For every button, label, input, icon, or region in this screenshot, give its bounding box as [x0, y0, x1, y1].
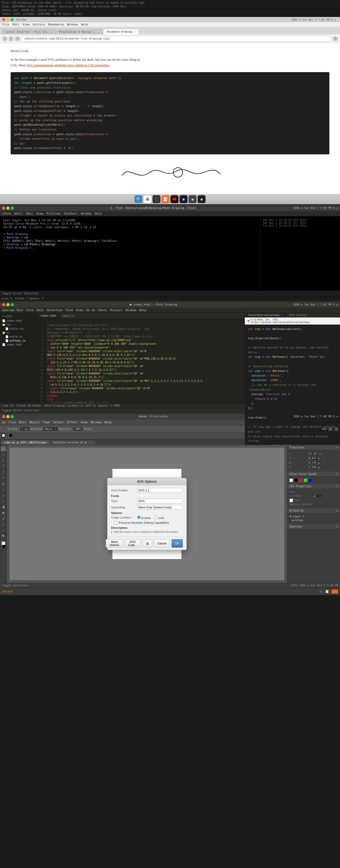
- menu-ai-help[interactable]: Help: [104, 421, 112, 424]
- layer-group-row[interactable]: ▶ Group: [289, 519, 338, 522]
- iterm-menu-window[interactable]: Window: [81, 212, 92, 215]
- tool-type[interactable]: T: [1, 464, 6, 469]
- menu-file[interactable]: File: [2, 23, 9, 26]
- sidebar-item-index-html[interactable]: 📄 index.html: [0, 319, 37, 323]
- menu-file[interactable]: File: [26, 308, 33, 312]
- iterm-menu-profiles[interactable]: Profiles: [47, 212, 60, 215]
- sublime-toolbar-label[interactable]: Toggle Direct Selection: [2, 409, 39, 412]
- swatches-collapse[interactable]: ▾: [336, 525, 338, 528]
- menu-window[interactable]: Window: [67, 23, 78, 26]
- close-button[interactable]: [2, 18, 5, 21]
- menu-ai-edit[interactable]: Edit: [19, 421, 26, 424]
- white-swatch[interactable]: [289, 478, 293, 482]
- appearance-panel-header[interactable]: CSS Properties ▾: [287, 484, 340, 489]
- settings-button[interactable]: ☰: [333, 36, 338, 41]
- link-radio[interactable]: Link: [154, 516, 164, 520]
- menu-help[interactable]: Help: [81, 23, 88, 26]
- svg-profiles-select[interactable]: SVG 1.1: [137, 488, 183, 493]
- fill-color-swatch[interactable]: [289, 499, 293, 502]
- forward-button[interactable]: ▷: [8, 36, 14, 41]
- stroke-panel-value[interactable]: 1 px: [309, 494, 322, 498]
- iterm-minimize-button[interactable]: [6, 207, 9, 210]
- tool-rotate[interactable]: ↻: [1, 493, 6, 498]
- tool-paintbrush[interactable]: 🖌: [1, 481, 6, 486]
- right-tab-github[interactable]: ConnorAtherton/walkway ×: [245, 313, 286, 317]
- menu-view[interactable]: View: [76, 308, 83, 312]
- more-options-button[interactable]: More Options: [106, 539, 123, 548]
- preserve-checkbox[interactable]: [114, 521, 117, 525]
- color-panel-collapse[interactable]: ▾: [336, 473, 338, 475]
- refresh-button[interactable]: ↺: [15, 36, 20, 41]
- tab-close-icon[interactable]: ✕: [134, 30, 135, 33]
- iterm-menu-view[interactable]: View: [36, 212, 43, 215]
- menu-edit[interactable]: Edit: [37, 308, 44, 312]
- tool-slice[interactable]: ✂: [1, 528, 6, 533]
- tool-direct-select[interactable]: ▷: [1, 452, 6, 457]
- type-select[interactable]: SVG: [137, 499, 183, 503]
- ai-bottom-icon-3[interactable]: Ai: [332, 590, 338, 593]
- github-address-bar[interactable]: 🐙 ⊕ GitHub, Inc. [US] https://github.com…: [245, 317, 340, 324]
- red-swatch[interactable]: [299, 478, 303, 482]
- chrome-tab-2[interactable]: PlayStation 4 Review |...: [56, 29, 103, 34]
- black-swatch[interactable]: [294, 478, 298, 482]
- embed-radio-input[interactable]: [137, 516, 141, 519]
- y-value[interactable]: 18.071 px: [306, 457, 322, 460]
- menu-ai[interactable]: Ai: [2, 421, 6, 424]
- opacity-value[interactable]: 100%: [73, 427, 83, 431]
- iterm-close-button[interactable]: [2, 207, 5, 210]
- print-icon[interactable]: 🖨: [143, 539, 153, 548]
- tool-eyedropper[interactable]: 💧: [1, 504, 6, 510]
- editor-tab-index[interactable]: index.html: [37, 313, 60, 318]
- dock-icon-finder[interactable]: 🔍: [134, 195, 143, 203]
- h-value[interactable]: 13.594 px: [306, 465, 322, 469]
- dropdown-basic[interactable]: Basic ▾: [43, 427, 57, 431]
- editor-code[interactable]: <?xml version="1.0" encoding="utf-8"?> <…: [45, 319, 245, 403]
- tool-gradient[interactable]: ▦: [1, 510, 6, 516]
- ai-bottom-icon-1[interactable]: ⊕: [318, 590, 323, 593]
- fill-color-indicator[interactable]: [2, 434, 5, 438]
- layers-panel-header[interactable]: Artboards ▾: [287, 508, 340, 514]
- sidebar-item-css-folder[interactable]: 📁 css: [0, 323, 37, 327]
- transform-toggle[interactable]: ⊞: [328, 427, 333, 431]
- sidebar-item-index-html-2[interactable]: 📄 index.html: [0, 343, 37, 347]
- sublime-maximize-button[interactable]: [10, 303, 14, 306]
- chrome-tab-1[interactable]: Connor Atherton | Full sto...: [2, 29, 55, 34]
- maximize-button[interactable]: [10, 18, 14, 21]
- subsetting-select[interactable]: None (Use System Fonts): [137, 505, 183, 510]
- menu-ai-effect[interactable]: Effect: [67, 421, 78, 424]
- dock-icon-misc2[interactable]: ◼: [189, 195, 196, 203]
- minimize-button[interactable]: [6, 18, 9, 21]
- editor-area[interactable]: 12345 678910 1112131415 1617181920 21222…: [37, 319, 245, 403]
- sidebar-item-js-folder[interactable]: 📁 js: [0, 331, 37, 335]
- dock-icon-misc3[interactable]: ◼: [197, 195, 206, 203]
- color-panel-header[interactable]: Color Color Guide ▾: [287, 471, 340, 477]
- ai-minimize-button[interactable]: [6, 415, 9, 418]
- iterm-toolbar-label[interactable]: Toggle Direct Selection: [2, 292, 38, 295]
- layers-collapse[interactable]: ▾: [336, 509, 338, 512]
- menu-edit[interactable]: Edit: [12, 23, 20, 26]
- sidebar-item-style-css[interactable]: 📄 style.css: [0, 327, 37, 331]
- tool-rectangle[interactable]: ▭: [2, 427, 6, 431]
- chrome-tab-3[interactable]: Animated drawing ✕: [103, 29, 139, 34]
- iterm-menu-iterm[interactable]: iTerm: [2, 212, 11, 215]
- x-value[interactable]: 221.437 px: [306, 452, 323, 456]
- menu-selection[interactable]: Selection: [47, 308, 63, 312]
- blue-swatch[interactable]: [308, 478, 312, 482]
- menu-ai-view[interactable]: View: [81, 421, 88, 424]
- menu-project[interactable]: Project: [110, 308, 122, 312]
- embed-radio[interactable]: Embed: [137, 516, 151, 520]
- iterm-menu-edit[interactable]: Edit: [26, 212, 33, 215]
- menu-history[interactable]: History: [33, 23, 45, 26]
- appearance-collapse[interactable]: ▾: [336, 485, 338, 488]
- tool-line[interactable]: ╱: [1, 469, 6, 475]
- menu-help[interactable]: Help: [139, 308, 146, 312]
- svg-code-button[interactable]: SVG Code...: [124, 539, 141, 548]
- dock-icon-chrome[interactable]: [144, 195, 151, 203]
- right-tab-path-drawing[interactable]: Path Drawing: [286, 313, 310, 317]
- svg-link[interactable]: SVG presentational attributes have ident…: [27, 63, 110, 67]
- dock-icon-misc1[interactable]: ◼: [180, 195, 187, 203]
- menu-window[interactable]: Window: [126, 308, 136, 312]
- transform-panel-header[interactable]: Transform ▾: [287, 445, 340, 450]
- tool-zoom[interactable]: 🔍: [1, 534, 6, 539]
- tool-rect[interactable]: ▭: [1, 475, 6, 480]
